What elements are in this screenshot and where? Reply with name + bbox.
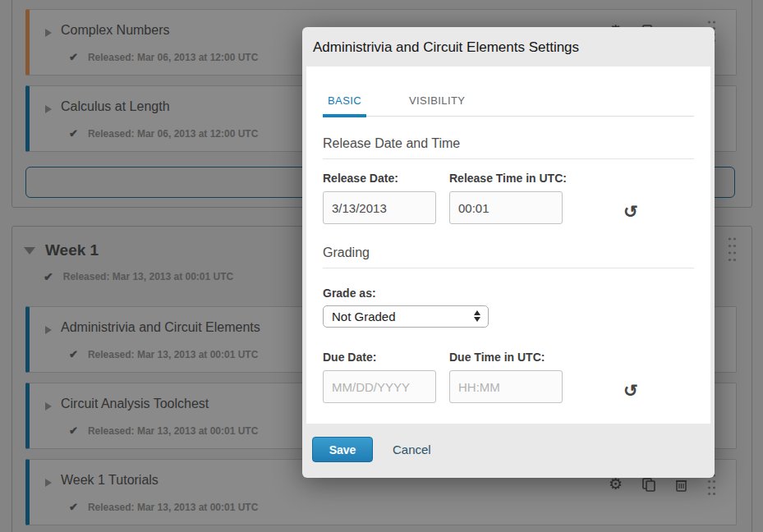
release-date-field-group: Release Date: [323, 172, 436, 224]
select-spinner-icon [474, 310, 480, 322]
save-button[interactable]: Save [312, 437, 373, 462]
clear-release-date-button[interactable]: ↺ [623, 201, 638, 221]
subsection-settings-modal: Administrivia and Circuit Elements Setti… [302, 27, 715, 478]
clear-due-date-button[interactable]: ↺ [623, 380, 638, 400]
grade-as-select[interactable]: Not Graded [323, 305, 489, 328]
due-date-label: Due Date: [323, 351, 436, 364]
reset-icon: ↺ [623, 202, 638, 221]
tab-visibility[interactable]: VISIBILITY [404, 94, 470, 117]
due-field-row: Due Date: Due Time in UTC: ↺ [323, 351, 694, 403]
release-time-field-group: Release Time in UTC: [449, 172, 581, 224]
due-date-field-group: Due Date: [323, 351, 436, 403]
release-date-label: Release Date: [323, 172, 436, 185]
release-field-row: Release Date: Release Time in UTC: ↺ [323, 172, 694, 224]
release-section-heading: Release Date and Time [323, 136, 694, 159]
grading-section-heading: Grading [323, 245, 694, 268]
grade-as-selected-value: Not Graded [332, 310, 396, 323]
release-date-input[interactable] [323, 191, 436, 224]
modal-title: Administrivia and Circuit Elements Setti… [306, 27, 710, 66]
modal-body: BASIC VISIBILITY Release Date and Time R… [306, 66, 710, 424]
grade-as-label: Grade as: [323, 287, 694, 300]
course-outline-page: Complex Numbers ✔ Released: Mar 06, 2013… [0, 0, 763, 532]
due-time-label: Due Time in UTC: [449, 351, 581, 364]
settings-tab-bar: BASIC VISIBILITY [323, 94, 694, 117]
cancel-button[interactable]: Cancel [393, 443, 431, 456]
reset-icon: ↺ [623, 381, 638, 400]
modal-footer: Save Cancel [306, 424, 710, 475]
tab-basic[interactable]: BASIC [323, 94, 366, 117]
due-date-input[interactable] [323, 370, 436, 403]
due-time-field-group: Due Time in UTC: [449, 351, 581, 403]
due-time-input[interactable] [449, 370, 563, 403]
release-time-label: Release Time in UTC: [449, 172, 581, 185]
release-time-input[interactable] [449, 191, 563, 224]
